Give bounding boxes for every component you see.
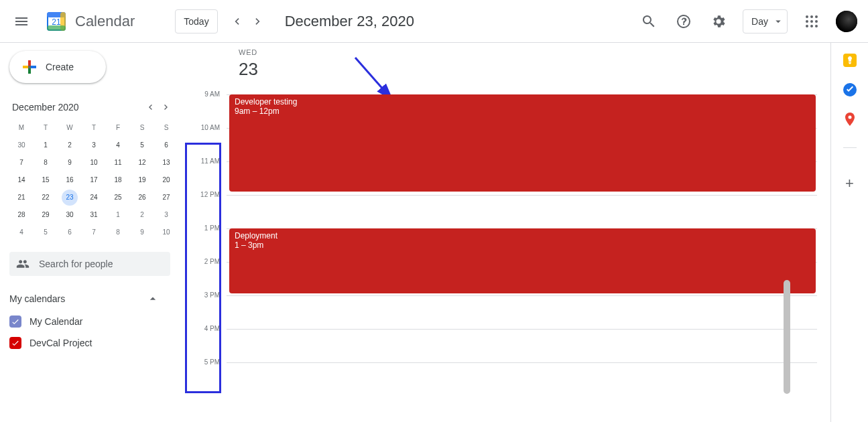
hour-label: 1 PM bbox=[172, 224, 220, 232]
svg-rect-9 bbox=[23, 66, 28, 68]
mini-cal-day[interactable]: 17 bbox=[82, 171, 106, 189]
mini-cal-day[interactable]: 19 bbox=[130, 171, 154, 189]
hour-label: 3 PM bbox=[172, 291, 220, 299]
maps-icon[interactable] bbox=[843, 113, 857, 126]
calendar-list-item[interactable]: My Calendar bbox=[9, 311, 172, 332]
mini-cal-day[interactable]: 31 bbox=[82, 206, 106, 224]
mini-cal-day[interactable]: 26 bbox=[130, 189, 154, 206]
check-icon bbox=[11, 317, 20, 326]
mini-cal-dow: T bbox=[34, 119, 58, 137]
time-grid[interactable]: 9 AM10 AM11 AM12 PM1 PM2 PM3 PM4 PM5 PMD… bbox=[172, 94, 830, 403]
calendar-logo-icon: 21 bbox=[43, 8, 70, 35]
view-selector[interactable]: Day bbox=[743, 9, 788, 33]
mini-cal-prev[interactable] bbox=[142, 99, 158, 115]
mini-cal-day[interactable]: 22 bbox=[34, 189, 58, 206]
mini-cal-day[interactable]: 7 bbox=[9, 154, 34, 171]
grid-line bbox=[227, 295, 817, 296]
mini-cal-day[interactable]: 7 bbox=[82, 224, 106, 241]
mini-cal-day[interactable]: 24 bbox=[82, 189, 106, 206]
scrollbar[interactable] bbox=[784, 280, 790, 394]
mini-cal-day[interactable]: 12 bbox=[130, 154, 154, 171]
add-ons-button[interactable]: + bbox=[845, 175, 854, 192]
mini-cal-day[interactable]: 9 bbox=[130, 224, 154, 241]
calendar-event[interactable]: Developer testing9am – 12pm bbox=[229, 94, 816, 192]
mini-cal-day[interactable]: 4 bbox=[106, 137, 130, 154]
settings-button[interactable] bbox=[702, 5, 735, 38]
mini-cal-day[interactable]: 2 bbox=[130, 206, 154, 224]
calendar-checkbox[interactable] bbox=[9, 337, 21, 349]
mini-cal-day[interactable]: 28 bbox=[9, 206, 34, 224]
hour-label: 2 PM bbox=[172, 258, 220, 265]
view-selector-label: Day bbox=[751, 16, 768, 27]
create-button[interactable]: Create bbox=[9, 51, 106, 83]
search-button[interactable] bbox=[633, 5, 665, 38]
day-column: WED 23 9 AM10 AM11 AM12 PM1 PM2 PM3 PM4 … bbox=[172, 43, 830, 422]
grid-line bbox=[227, 329, 817, 330]
hour-label: 12 PM bbox=[172, 191, 220, 198]
mini-calendar: December 2020 MTWTFSS3012345678910111213… bbox=[9, 99, 181, 241]
mini-cal-day[interactable]: 10 bbox=[82, 154, 106, 171]
event-time: 9am – 12pm bbox=[235, 107, 810, 116]
tasks-icon[interactable] bbox=[843, 83, 857, 96]
rail-divider bbox=[843, 147, 857, 148]
main-content: Create December 2020 MTWTFSS301234567891… bbox=[0, 43, 868, 422]
mini-cal-day[interactable]: 15 bbox=[34, 171, 58, 189]
mini-cal-day[interactable]: 9 bbox=[58, 154, 82, 171]
current-date-label: December 23, 2020 bbox=[285, 13, 414, 30]
svg-rect-7 bbox=[31, 66, 36, 68]
grid-line bbox=[227, 362, 817, 363]
mini-cal-day[interactable]: 18 bbox=[106, 171, 130, 189]
today-button[interactable]: Today bbox=[175, 9, 217, 33]
mini-cal-day[interactable]: 1 bbox=[34, 137, 58, 154]
calendar-event[interactable]: Deployment1 – 3pm bbox=[229, 228, 816, 293]
mini-cal-day[interactable]: 25 bbox=[106, 189, 130, 206]
next-period-button[interactable] bbox=[247, 11, 269, 32]
app-name: Calendar bbox=[75, 13, 135, 30]
calendar-checkbox[interactable] bbox=[9, 315, 21, 328]
calendar-name: DevCal Project bbox=[29, 338, 92, 348]
search-people-input[interactable]: Search for people bbox=[9, 252, 170, 276]
mini-cal-day[interactable]: 8 bbox=[106, 224, 130, 241]
day-number: 23 bbox=[239, 59, 830, 80]
my-calendars-title: My calendars bbox=[9, 293, 146, 304]
event-title: Deployment bbox=[235, 231, 810, 240]
calendar-area: WED 23 9 AM10 AM11 AM12 PM1 PM2 PM3 PM4 … bbox=[172, 43, 830, 422]
sidebar: Create December 2020 MTWTFSS301234567891… bbox=[0, 43, 172, 422]
prev-period-button[interactable] bbox=[226, 11, 247, 32]
mini-cal-day[interactable]: 1 bbox=[106, 206, 130, 224]
google-apps-button[interactable] bbox=[796, 5, 828, 38]
calendar-list-item[interactable]: DevCal Project bbox=[9, 332, 172, 354]
mini-cal-day[interactable]: 6 bbox=[58, 224, 82, 241]
mini-cal-day[interactable]: 30 bbox=[9, 137, 34, 154]
mini-cal-day[interactable]: 16 bbox=[58, 171, 82, 189]
hour-label: 4 PM bbox=[172, 325, 220, 332]
main-menu-button[interactable] bbox=[5, 5, 38, 38]
chevron-right-icon bbox=[251, 15, 265, 28]
header: 21 Calendar Today December 23, 2020 Day bbox=[0, 0, 868, 43]
my-calendars-toggle[interactable]: My calendars bbox=[9, 292, 172, 305]
mini-cal-day[interactable]: 3 bbox=[82, 137, 106, 154]
mini-cal-day[interactable]: 30 bbox=[58, 206, 82, 224]
mini-cal-day[interactable]: 29 bbox=[34, 206, 58, 224]
hamburger-icon bbox=[15, 21, 27, 22]
mini-cal-day[interactable]: 5 bbox=[130, 137, 154, 154]
keep-icon[interactable] bbox=[843, 54, 857, 67]
mini-cal-day[interactable]: 21 bbox=[9, 189, 34, 206]
event-title: Developer testing bbox=[235, 97, 810, 107]
mini-cal-day[interactable]: 23 bbox=[58, 189, 82, 206]
mini-cal-day[interactable]: 8 bbox=[34, 154, 58, 171]
mini-cal-day[interactable]: 2 bbox=[58, 137, 82, 154]
check-icon bbox=[11, 338, 20, 348]
gear-icon bbox=[710, 13, 727, 29]
mini-cal-dow: W bbox=[58, 119, 82, 137]
mini-cal-day[interactable]: 11 bbox=[106, 154, 130, 171]
side-panel: + bbox=[830, 43, 868, 422]
chevron-left-icon bbox=[145, 102, 156, 113]
mini-cal-day[interactable]: 5 bbox=[34, 224, 58, 241]
mini-cal-day[interactable]: 4 bbox=[9, 224, 34, 241]
account-avatar[interactable] bbox=[836, 11, 857, 32]
mini-cal-day[interactable]: 14 bbox=[9, 171, 34, 189]
date-nav bbox=[226, 11, 269, 32]
support-button[interactable] bbox=[668, 5, 700, 38]
app-logo[interactable]: 21 Calendar bbox=[38, 8, 137, 35]
